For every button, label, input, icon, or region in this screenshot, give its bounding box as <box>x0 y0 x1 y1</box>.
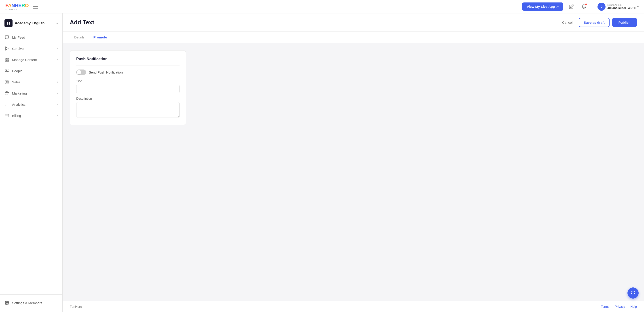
nav-divider <box>593 3 593 11</box>
logo-subtitle: ACADEMY <box>5 8 18 10</box>
title-field-label: Title <box>76 79 180 83</box>
svg-marker-0 <box>6 47 8 50</box>
toggle-label: Send Push Notification <box>89 70 123 74</box>
nav-right: View My Live App ↗ J Super Admin Juliana… <box>522 2 639 11</box>
billing-icon <box>4 113 10 118</box>
workspace-selector[interactable]: H Academy English ▾ <box>0 17 62 32</box>
sidebar-label-sales: Sales <box>12 80 54 84</box>
chevron-right-icon: › <box>57 47 58 50</box>
svg-point-5 <box>6 69 7 71</box>
hamburger-button[interactable] <box>32 4 39 9</box>
cancel-button[interactable]: Cancel <box>558 18 576 26</box>
user-role: Super Admin <box>607 3 636 6</box>
sidebar-item-billing[interactable]: Billing › <box>0 110 62 121</box>
title-input[interactable] <box>76 85 180 93</box>
sidebar-label-settings: Settings & Members <box>12 301 58 305</box>
layout: H Academy English ▾ My Feed Go Live › Ma… <box>0 13 644 312</box>
sidebar-item-manage-content[interactable]: Manage Content › <box>0 54 62 65</box>
avatar: J <box>598 3 606 11</box>
sidebar-label-billing: Billing <box>12 114 54 118</box>
sidebar-item-sales[interactable]: Sales › <box>0 76 62 88</box>
tab-details[interactable]: Details <box>70 32 89 43</box>
content-area: Push Notification Send Push Notification… <box>62 43 644 301</box>
sidebar-label-my-feed: My Feed <box>12 35 58 39</box>
description-input[interactable] <box>76 102 180 118</box>
user-name: Juliana.super_WUHI <box>607 6 636 9</box>
svg-rect-2 <box>8 58 9 59</box>
help-link[interactable]: Help <box>630 305 637 309</box>
user-info: Super Admin Juliana.super_WUHI <box>607 3 636 9</box>
publish-button[interactable]: Publish <box>612 18 637 27</box>
settings-icon <box>4 300 10 305</box>
sidebar-label-analytics: Analytics <box>12 103 54 106</box>
feed-icon <box>4 35 10 40</box>
people-icon <box>4 68 10 73</box>
toggle-row: Send Push Notification <box>76 69 180 75</box>
sidebar-item-settings[interactable]: Settings & Members <box>0 297 62 309</box>
top-nav: FANHERO ACADEMY View My Live App ↗ <box>0 0 644 13</box>
edit-icon-button[interactable] <box>567 2 576 11</box>
content-icon <box>4 57 10 62</box>
sidebar-label-people: People <box>12 69 58 73</box>
footer-links: Terms Privacy Help <box>601 305 637 309</box>
logo: FANHERO ACADEMY <box>5 3 28 10</box>
sidebar-label-marketing: Marketing <box>12 91 54 95</box>
page-title: Add Text <box>70 19 94 26</box>
headset-icon <box>630 290 636 296</box>
notification-badge <box>585 3 587 5</box>
chevron-down-icon: ▾ <box>637 5 639 8</box>
header-actions: Cancel Save as draft Publish <box>558 18 637 27</box>
svg-rect-3 <box>8 60 9 61</box>
sidebar: H Academy English ▾ My Feed Go Live › Ma… <box>0 13 62 312</box>
sidebar-item-analytics[interactable]: Analytics › <box>0 99 62 110</box>
svg-rect-15 <box>5 114 9 117</box>
push-notification-toggle[interactable] <box>76 69 86 75</box>
pencil-icon <box>569 4 574 9</box>
terms-link[interactable]: Terms <box>601 305 609 309</box>
user-dropdown[interactable]: J Super Admin Juliana.super_WUHI ▾ <box>598 3 639 11</box>
chevron-right-icon: › <box>57 114 58 117</box>
sidebar-bottom: Settings & Members <box>0 294 62 309</box>
footer: FanHero Terms Privacy Help <box>62 301 644 312</box>
sidebar-item-people[interactable]: People <box>0 65 62 76</box>
sales-icon <box>4 80 10 84</box>
svg-point-17 <box>6 303 8 304</box>
sidebar-label-manage-content: Manage Content <box>12 58 54 62</box>
privacy-link[interactable]: Privacy <box>615 305 625 309</box>
chevron-right-icon: › <box>57 58 58 61</box>
chevron-right-icon: › <box>57 80 58 84</box>
save-draft-button[interactable]: Save as draft <box>579 18 609 27</box>
nav-left: FANHERO ACADEMY <box>5 3 68 10</box>
analytics-icon <box>4 102 10 107</box>
toggle-knob <box>77 70 81 74</box>
notification-button[interactable] <box>580 2 588 11</box>
card-divider <box>76 65 180 65</box>
external-link-icon: ↗ <box>556 5 559 8</box>
chevron-right-icon: › <box>57 92 58 95</box>
support-button[interactable] <box>628 288 639 299</box>
sidebar-item-my-feed[interactable]: My Feed <box>0 32 62 43</box>
content-header: Add Text Cancel Save as draft Publish <box>62 13 644 32</box>
sidebar-label-go-live: Go Live <box>12 47 54 50</box>
tabs-row: Details Promote <box>62 32 644 43</box>
main-content: Add Text Cancel Save as draft Publish De… <box>62 13 644 312</box>
chevron-right-icon: › <box>57 103 58 106</box>
workspace-name: Academy English <box>15 21 54 25</box>
svg-rect-1 <box>5 58 7 59</box>
workspace-icon: H <box>4 19 12 27</box>
golive-icon <box>4 46 10 51</box>
card-title: Push Notification <box>76 57 180 61</box>
footer-brand: FanHero <box>70 305 82 309</box>
view-live-button[interactable]: View My Live App ↗ <box>522 2 563 11</box>
push-notification-card: Push Notification Send Push Notification… <box>70 50 186 125</box>
workspace-chevron-icon: ▾ <box>56 22 58 25</box>
sidebar-item-marketing[interactable]: Marketing › <box>0 88 62 99</box>
marketing-icon <box>4 91 10 96</box>
description-field-label: Description <box>76 97 180 100</box>
svg-rect-4 <box>5 60 7 61</box>
sidebar-item-go-live[interactable]: Go Live › <box>0 43 62 54</box>
tab-promote[interactable]: Promote <box>89 32 112 43</box>
